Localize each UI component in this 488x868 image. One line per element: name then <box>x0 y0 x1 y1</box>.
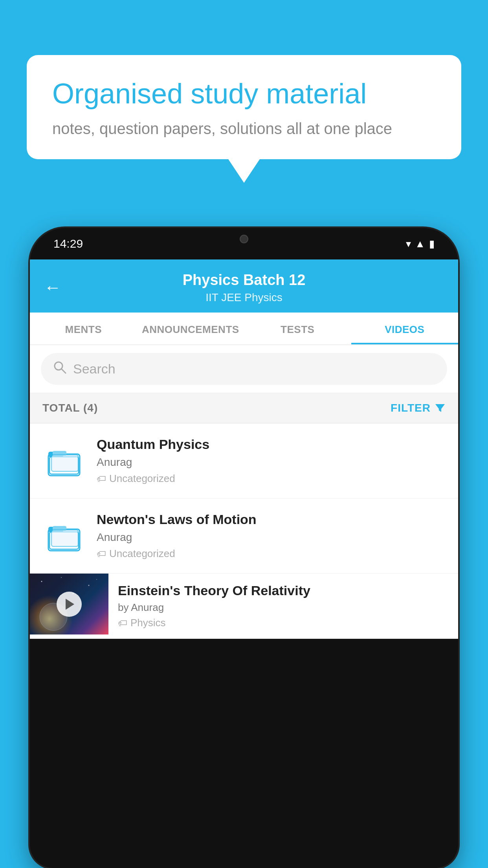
svg-rect-12 <box>51 530 78 546</box>
phone-notch <box>220 228 268 250</box>
svg-line-1 <box>61 369 66 373</box>
front-camera <box>240 235 248 243</box>
filter-bar: TOTAL (4) FILTER <box>30 393 458 423</box>
app-bar-title-group: Physics Batch 12 IIT JEE Physics <box>183 270 306 304</box>
svg-marker-2 <box>435 404 445 412</box>
tabs-bar: MENTS ANNOUNCEMENTS TESTS VIDEOS <box>30 313 458 345</box>
app-bar-subtitle: IIT JEE Physics <box>183 291 306 304</box>
tab-tests[interactable]: TESTS <box>244 313 351 344</box>
back-button[interactable]: ← <box>44 278 61 297</box>
total-label: TOTAL (4) <box>42 402 98 414</box>
item-title-2: Newton's Laws of Motion <box>97 512 446 527</box>
status-bar: 14:29 ▾ ▲ ▮ <box>30 228 458 259</box>
tab-videos[interactable]: VIDEOS <box>351 313 459 344</box>
item-author-2: Anurag <box>97 531 446 544</box>
svg-point-14 <box>61 577 62 578</box>
phone-frame: 14:29 ▾ ▲ ▮ ← Physics Batch 12 IIT JEE P… <box>30 228 458 868</box>
speech-bubble-tail <box>228 159 260 183</box>
filter-label: FILTER <box>391 402 431 414</box>
signal-icon: ▲ <box>415 238 425 250</box>
wifi-icon: ▾ <box>406 238 411 250</box>
speech-bubble-container: Organised study material notes, question… <box>27 55 461 183</box>
folder-icon <box>46 518 82 554</box>
item-info-1: Quantum Physics Anurag 🏷 Uncategorized <box>97 437 446 485</box>
svg-rect-7 <box>51 455 78 471</box>
item-thumbnail-2 <box>42 514 86 557</box>
video-list: Quantum Physics Anurag 🏷 Uncategorized <box>30 423 458 639</box>
list-item[interactable]: Newton's Laws of Motion Anurag 🏷 Uncateg… <box>30 498 458 574</box>
folder-icon <box>46 443 82 478</box>
item-author-1: Anurag <box>97 456 446 469</box>
tag-icon-1: 🏷 <box>97 473 106 484</box>
item-title-3: Einstein's Theory Of Relativity <box>118 583 449 598</box>
search-icon <box>53 360 67 378</box>
tag-label-3: Physics <box>130 617 166 629</box>
tab-ments[interactable]: MENTS <box>30 313 137 344</box>
item-tag-1: 🏷 Uncategorized <box>97 473 446 485</box>
svg-point-16 <box>96 579 97 580</box>
status-icons: ▾ ▲ ▮ <box>406 238 435 250</box>
item-author-3: by Anurag <box>118 601 449 614</box>
search-placeholder: Search <box>73 361 116 377</box>
speech-bubble-subtitle: notes, question papers, solutions all at… <box>52 120 436 138</box>
tag-label-1: Uncategorized <box>109 473 175 485</box>
item-info-3: Einstein's Theory Of Relativity by Anura… <box>108 574 458 638</box>
tab-announcements[interactable]: ANNOUNCEMENTS <box>137 313 244 344</box>
app-bar-title: Physics Batch 12 <box>183 270 306 290</box>
speech-bubble: Organised study material notes, question… <box>27 55 461 159</box>
svg-point-13 <box>41 581 42 582</box>
status-time: 14:29 <box>53 237 83 250</box>
item-thumbnail-3 <box>30 574 108 634</box>
item-info-2: Newton's Laws of Motion Anurag 🏷 Uncateg… <box>97 512 446 560</box>
phone-screen: ← Physics Batch 12 IIT JEE Physics MENTS… <box>30 259 458 639</box>
item-tag-2: 🏷 Uncategorized <box>97 548 446 560</box>
play-button[interactable] <box>57 592 82 617</box>
list-item[interactable]: Einstein's Theory Of Relativity by Anura… <box>30 574 458 639</box>
filter-button[interactable]: FILTER <box>391 402 446 414</box>
tag-label-2: Uncategorized <box>109 548 175 560</box>
app-bar: ← Physics Batch 12 IIT JEE Physics <box>30 259 458 313</box>
item-title-1: Quantum Physics <box>97 437 446 452</box>
item-tag-3: 🏷 Physics <box>118 617 449 629</box>
search-bar[interactable]: Search <box>41 353 447 385</box>
tag-icon-2: 🏷 <box>97 548 106 559</box>
battery-icon: ▮ <box>429 238 435 250</box>
search-bar-container: Search <box>30 345 458 393</box>
item-thumbnail-1 <box>42 439 86 482</box>
tag-icon-3: 🏷 <box>118 618 127 629</box>
play-triangle-icon <box>66 599 74 610</box>
speech-bubble-title: Organised study material <box>52 77 436 110</box>
list-item[interactable]: Quantum Physics Anurag 🏷 Uncategorized <box>30 423 458 498</box>
filter-icon <box>435 403 446 414</box>
svg-point-15 <box>88 585 90 586</box>
